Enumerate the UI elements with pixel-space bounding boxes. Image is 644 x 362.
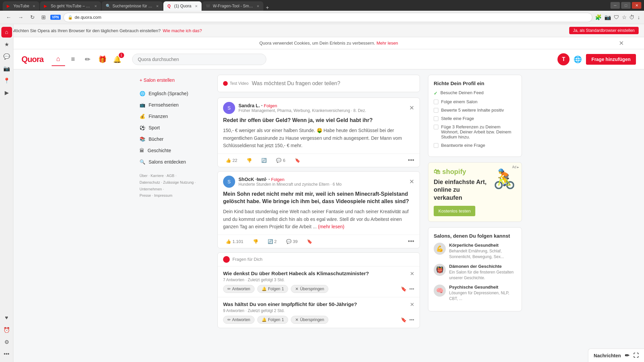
footer-unternehmen-link[interactable]: Unternehmen	[140, 187, 162, 191]
post-1-close-button[interactable]: ✕	[409, 104, 414, 112]
nachrichten-expand-icon[interactable]: ⛶	[633, 353, 639, 359]
frage-2-more-button[interactable]: •••	[409, 317, 414, 322]
reload-button[interactable]: ↻	[28, 13, 37, 22]
nav-item-fernsehserien[interactable]: 📺 Fernsehserien	[136, 100, 209, 110]
post-1-share-button[interactable]: 🔄	[259, 157, 269, 164]
post-2-more-link[interactable]: (mehr lesen)	[318, 224, 344, 229]
post-2-comment-button[interactable]: 💬 39	[283, 238, 300, 245]
frage-2-close-button[interactable]: ✕	[410, 301, 414, 308]
forward-button[interactable]: →	[16, 13, 25, 22]
footer-karriere-link[interactable]: Karriere	[151, 174, 164, 178]
cookie-close-button[interactable]: ✕	[619, 40, 624, 47]
post-2-upvote-button[interactable]: 👍 1.101	[223, 238, 246, 245]
checkbox-5[interactable]	[434, 125, 438, 129]
salon-3-name[interactable]: Psychische Gesundheit	[449, 285, 516, 290]
sidebar-instagram-icon[interactable]: 📷	[1, 63, 12, 74]
sidebar-whatsapp-icon[interactable]: 💬	[1, 51, 12, 62]
nav-bell-button[interactable]: 🔔 1	[111, 53, 124, 66]
post-1-save-button[interactable]: 🔖	[292, 157, 303, 164]
frage-1-close-button[interactable]: ✕	[410, 270, 414, 277]
language-globe-icon[interactable]: 🌐	[574, 55, 582, 63]
nav-list-button[interactable]: ≡	[66, 53, 80, 66]
frage-2-folgen-button[interactable]: 🔔 Folgen 1	[257, 316, 288, 324]
checkbox-3[interactable]	[434, 108, 438, 113]
sidebar-clock-icon[interactable]: ⏰	[1, 324, 12, 335]
footer-agb-link[interactable]: AGB	[167, 174, 174, 178]
sidebar-settings-icon[interactable]: ⚙	[1, 337, 12, 347]
history-icon[interactable]: ⏱	[629, 14, 635, 20]
sidebar-more-icon[interactable]: •••	[1, 349, 12, 359]
user-avatar[interactable]: T	[557, 53, 570, 65]
nav-home-button[interactable]: ⌂	[52, 53, 65, 66]
nav-item-sport[interactable]: ⚽ Sport	[136, 122, 209, 133]
sidebar-arrow-icon[interactable]: ▶	[1, 87, 12, 98]
new-tab-button[interactable]: +	[264, 5, 271, 11]
tab-youtube-close[interactable]: ✕	[33, 4, 35, 8]
post-1-follow-button[interactable]: Folgen	[264, 103, 277, 108]
tab-search-close[interactable]: ✕	[156, 4, 159, 8]
frage-2-save-button[interactable]: 🔖	[401, 317, 407, 322]
quora-logo[interactable]: Quora	[21, 55, 44, 64]
camera-icon[interactable]: 📷	[604, 14, 611, 20]
sidebar-map-icon[interactable]: 📍	[1, 75, 12, 86]
checkbox-6[interactable]	[434, 143, 438, 148]
post-2-save-button[interactable]: 🔖	[304, 238, 315, 245]
tab-wfragen-close[interactable]: ✕	[257, 4, 259, 8]
post-1-more-button[interactable]: •••	[408, 157, 414, 164]
nav-item-salons-entdecken[interactable]: 🔍 Salons entdecken	[136, 157, 209, 167]
frage-1-folgen-button[interactable]: 🔔 Folgen 1	[257, 285, 288, 293]
nav-item-finanzen[interactable]: 💰 Finanzen	[136, 111, 209, 122]
frage-1-überspringen-button[interactable]: ✕ Überspringen	[291, 285, 328, 293]
ask-box-input[interactable]: Was möchtest Du fragen oder teilen?	[252, 80, 414, 86]
maximize-button[interactable]: □	[621, 2, 631, 9]
post-1-comment-button[interactable]: 💬 6	[273, 157, 288, 164]
post-2-close-button[interactable]: ✕	[409, 178, 414, 185]
frage-1-question[interactable]: Wie denkst Du über Robert Habeck als Kli…	[223, 270, 369, 276]
frage-1-save-button[interactable]: 🔖	[401, 286, 407, 292]
url-bar[interactable]: 🔒 de.quora.com	[63, 13, 592, 22]
tab-youtube[interactable]: ▶ YouTube ✕	[3, 1, 39, 11]
post-1-upvote-button[interactable]: 👍 22	[223, 157, 240, 164]
sidebar-home-icon[interactable]: ⌂	[1, 27, 12, 38]
minimize-button[interactable]: ─	[610, 2, 620, 9]
add-question-button[interactable]: Frage hinzufügen	[586, 54, 636, 65]
create-salon-button[interactable]: + Salon erstellen	[136, 75, 209, 85]
footer-zulässige-link[interactable]: Zulässige Nutzung	[163, 180, 194, 184]
frage-2-antworten-button[interactable]: ✏ Antworten	[223, 316, 255, 324]
frage-1-more-button[interactable]: •••	[409, 286, 414, 292]
frage-2-question[interactable]: Was hältst Du von einer Impfpflicht für …	[223, 301, 357, 307]
nachrichten-bar[interactable]: Nachrichten ✏ ⛶	[588, 349, 644, 362]
post-2-follow-button[interactable]: Folgen	[271, 177, 284, 182]
tab-quora-close[interactable]: ✕	[195, 4, 198, 8]
sidebar-heart-icon[interactable]: ♥	[1, 312, 12, 323]
tab-quora[interactable]: Q (1) Quora ✕	[163, 1, 201, 11]
checkbox-4[interactable]	[434, 116, 438, 121]
nav-gift-button[interactable]: 🎁	[96, 53, 109, 66]
footer-impressum-link[interactable]: Impressum	[154, 193, 172, 197]
tab-youtube2-close[interactable]: ✕	[94, 4, 97, 8]
checkbox-2[interactable]	[434, 100, 438, 104]
back-button[interactable]: ←	[4, 13, 13, 22]
bookmark-icon[interactable]: ☆	[622, 14, 627, 20]
opera-set-default-button[interactable]: Ja, als Standardbrowser einstellen	[569, 27, 639, 34]
shopify-cta-button[interactable]: Kostenlos testen	[434, 206, 475, 216]
nav-item-geschichte[interactable]: 🏛 Geschichte	[136, 145, 209, 156]
salon-1-name[interactable]: Körperliche Gesundheit	[449, 243, 516, 248]
search-input[interactable]	[132, 54, 266, 65]
post-2-more-button[interactable]: •••	[408, 238, 414, 245]
footer-datenschutz-link[interactable]: Datenschutz	[140, 180, 160, 184]
post-2-share-button[interactable]: 🔄 2	[265, 238, 279, 245]
extensions-icon[interactable]: 🧩	[595, 14, 602, 20]
frage-1-antworten-button[interactable]: ✏ Antworten	[223, 285, 255, 293]
frage-2-überspringen-button[interactable]: ✕ Überspringen	[291, 316, 328, 324]
close-window-button[interactable]: ✕	[632, 2, 641, 9]
post-1-title[interactable]: Redet ihr offen über Geld? Wenn ja, wie …	[218, 117, 420, 127]
tab-youtube2[interactable]: ▶ So geht YouTube – YouTu... ✕	[40, 1, 101, 11]
sidebar-star-icon[interactable]: ★	[1, 39, 12, 50]
nav-edit-button[interactable]: ✏	[81, 53, 95, 66]
post-2-title[interactable]: Mein Sohn redet nicht mehr mit mir, weil…	[218, 190, 420, 208]
cookie-more-link[interactable]: Mehr lesen	[377, 41, 398, 46]
nav-item-bücher[interactable]: 📚 Bücher	[136, 134, 209, 144]
post-1-downvote-button[interactable]: 👎	[244, 157, 255, 164]
opera-how-link[interactable]: Wie mache ich das?	[163, 28, 202, 33]
